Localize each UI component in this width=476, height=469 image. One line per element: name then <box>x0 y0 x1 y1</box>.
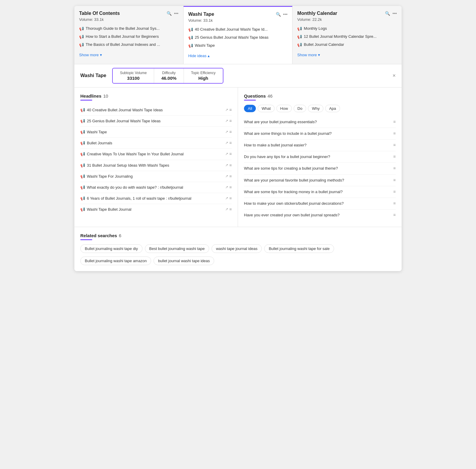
megaphone-icon: 📢 <box>188 27 193 32</box>
menu-icon[interactable]: ≡ <box>229 207 232 212</box>
related-tag[interactable]: Bullet journaling washi tape for sale <box>264 244 334 253</box>
headline-actions: ↗ ≡ <box>225 196 232 201</box>
megaphone-icon: 📢 <box>297 42 302 48</box>
megaphone-icon: 📢 <box>80 119 85 123</box>
menu-icon[interactable]: ≡ <box>393 212 396 217</box>
external-link-icon[interactable]: ↗ <box>225 141 228 145</box>
close-button[interactable]: × <box>392 73 396 79</box>
headlines-section: Headlines 10 📢 40 Creative Bullet Journa… <box>74 87 238 227</box>
filter-tabs: All What How Do Why Apa <box>244 105 396 112</box>
menu-icon[interactable]: ≡ <box>229 140 232 145</box>
external-link-icon[interactable]: ↗ <box>225 207 228 211</box>
search-icon[interactable]: 🔍 <box>276 12 281 17</box>
filter-tab-how[interactable]: How <box>276 105 292 112</box>
card-item: 📢 Washi Tape <box>188 43 288 49</box>
headline-left: 📢 Washi Tape Bullet Journal <box>80 207 223 212</box>
questions-underline <box>244 100 256 101</box>
menu-icon[interactable]: ≡ <box>229 196 232 201</box>
questions-list: What are your bullet journaling essentia… <box>244 116 396 221</box>
card-item: 📢 The Basics of Bullet Journal Indexes a… <box>79 42 178 48</box>
headline-actions: ↗ ≡ <box>225 129 232 134</box>
menu-icon[interactable]: ≡ <box>229 174 232 179</box>
menu-icon[interactable]: ≡ <box>229 151 232 156</box>
question-item: Do you have any tips for a bullet journa… <box>244 151 396 163</box>
more-icon[interactable]: ••• <box>283 12 288 17</box>
megaphone-icon: 📢 <box>188 35 193 40</box>
megaphone-icon: 📢 <box>80 196 85 201</box>
menu-icon[interactable]: ≡ <box>229 118 232 123</box>
external-link-icon[interactable]: ↗ <box>225 196 228 200</box>
related-underline <box>80 239 92 240</box>
headline-left: 📢 25 Genius Bullet Journal Washi Tape Id… <box>80 118 223 124</box>
external-link-icon[interactable]: ↗ <box>225 174 228 178</box>
headline-text: What exactly do you do with washi tape? … <box>87 185 183 190</box>
menu-icon[interactable]: ≡ <box>229 185 232 190</box>
question-text: What are some tips for creating a bullet… <box>244 166 391 171</box>
menu-icon[interactable]: ≡ <box>393 189 396 194</box>
related-tags-row2: Bullet journaling washi tape amazon bull… <box>80 257 396 265</box>
questions-count: 46 <box>267 93 273 99</box>
headline-actions: ↗ ≡ <box>225 140 232 145</box>
show-more-button-toc[interactable]: Show more ▾ <box>79 51 102 58</box>
filter-tab-all[interactable]: All <box>244 105 256 112</box>
more-icon[interactable]: ••• <box>174 11 178 16</box>
related-tag[interactable]: washi tape journal ideas <box>212 244 262 253</box>
show-more-button-mc[interactable]: Show more ▾ <box>297 51 320 58</box>
headline-actions: ↗ ≡ <box>225 151 232 156</box>
megaphone-icon: 📢 <box>79 26 84 32</box>
headline-left: 📢 Washi Tape For Journaling <box>80 174 223 179</box>
headline-item: 📢 31 Bullet Journal Setup Ideas With Was… <box>80 160 232 171</box>
menu-icon[interactable]: ≡ <box>393 178 396 182</box>
headline-item: 📢 25 Genius Bullet Journal Washi Tape Id… <box>80 116 232 127</box>
top-cards-row: Table Of Contents 🔍 ••• Volume: 33.1k 📢 … <box>74 6 402 64</box>
external-link-icon[interactable]: ↗ <box>225 119 228 123</box>
menu-icon[interactable]: ≡ <box>229 163 232 168</box>
chevron-down-icon: ▾ <box>100 53 102 57</box>
related-tag[interactable]: Bullet journaling washi tape amazon <box>80 257 151 265</box>
search-icon[interactable]: 🔍 <box>385 11 390 16</box>
menu-icon[interactable]: ≡ <box>229 129 232 134</box>
main-content: Headlines 10 📢 40 Creative Bullet Journa… <box>74 87 402 227</box>
external-link-icon[interactable]: ↗ <box>225 185 228 189</box>
external-link-icon[interactable]: ↗ <box>225 152 228 156</box>
more-icon[interactable]: ••• <box>392 11 397 16</box>
headline-text: Washi Tape <box>87 129 107 135</box>
menu-icon[interactable]: ≡ <box>393 131 396 136</box>
external-link-icon[interactable]: ↗ <box>225 130 228 134</box>
headline-item: 📢 Washi Tape ↗ ≡ <box>80 127 232 138</box>
question-text: What are some tips for tracking money in… <box>244 189 391 195</box>
related-tag[interactable]: bullet journal washi tape ideas <box>154 257 214 265</box>
search-icon[interactable]: 🔍 <box>167 11 172 16</box>
question-text: Do you have any tips for a bullet journa… <box>244 154 391 160</box>
related-tag[interactable]: Bullet journaling washi tape diy <box>80 244 143 253</box>
hide-ideas-button[interactable]: Hide ideas ▴ <box>188 52 210 59</box>
filter-tab-why[interactable]: Why <box>308 105 323 112</box>
headline-actions: ↗ ≡ <box>225 118 232 123</box>
question-item: What are some tips for tracking money in… <box>244 186 396 198</box>
headline-text: Creative Ways To Use Washi Tape In Your … <box>87 151 184 157</box>
external-link-icon[interactable]: ↗ <box>225 163 228 167</box>
filter-tab-what[interactable]: What <box>258 105 274 112</box>
headline-actions: ↗ ≡ <box>225 207 232 212</box>
headline-item: 📢 Bullet Journals ↗ ≡ <box>80 138 232 149</box>
question-text: What are your bullet journaling essentia… <box>244 119 391 125</box>
filter-tab-apa[interactable]: Apa <box>325 105 340 112</box>
main-container: Table Of Contents 🔍 ••• Volume: 33.1k 📢 … <box>74 6 402 271</box>
headline-actions: ↗ ≡ <box>225 163 232 168</box>
menu-icon[interactable]: ≡ <box>393 143 396 147</box>
menu-icon[interactable]: ≡ <box>229 107 232 112</box>
card-icons-wt: 🔍 ••• <box>276 12 288 17</box>
card-item: 📢 40 Creative Bullet Journal Washi Tape … <box>188 27 288 32</box>
menu-icon[interactable]: ≡ <box>393 119 396 124</box>
megaphone-icon: 📢 <box>80 108 85 112</box>
card-title-toc: Table Of Contents <box>79 11 120 16</box>
menu-icon[interactable]: ≡ <box>393 154 396 159</box>
external-link-icon[interactable]: ↗ <box>225 108 228 112</box>
menu-icon[interactable]: ≡ <box>393 166 396 171</box>
headline-left: 📢 Washi Tape <box>80 129 223 135</box>
menu-icon[interactable]: ≡ <box>393 201 396 206</box>
metric-value: High <box>191 76 215 81</box>
related-tag[interactable]: Best bullet journaling washi tape <box>145 244 209 253</box>
filter-tab-do[interactable]: Do <box>294 105 306 112</box>
question-item: Have you ever created your own bullet jo… <box>244 210 396 221</box>
